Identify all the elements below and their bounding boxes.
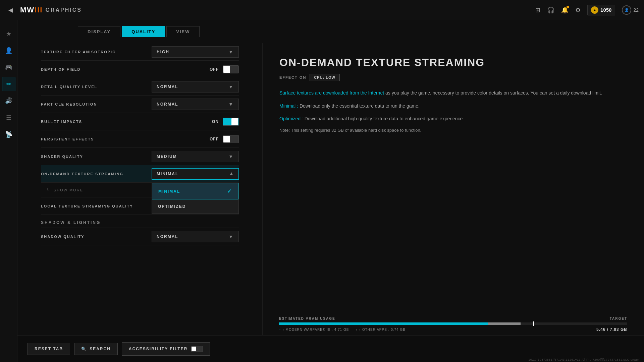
notification-dot xyxy=(567,6,569,8)
shader-quality-label: SHADER QUALITY xyxy=(41,155,83,159)
desc-note: Note: This setting requires 32 GB of ava… xyxy=(279,128,627,133)
vram-total: 5.46 / 7.83 GB xyxy=(596,327,627,332)
shader-quality-dropdown[interactable]: MEDIUM ▼ xyxy=(152,151,239,162)
depth-of-field-row: DEPTH OF FIELD OFF xyxy=(41,61,239,78)
persistent-effects-control: OFF xyxy=(148,135,239,143)
local-texture-label: LOCAL TEXTURE STREAMING QUALITY xyxy=(41,204,133,208)
shader-quality-control: MEDIUM ▼ xyxy=(148,151,239,162)
particle-resolution-row: PARTICLE RESOLUTION NORMAL ▼ xyxy=(41,96,239,113)
vram-header: ESTIMATED VRAM USAGE TARGET xyxy=(279,317,627,320)
search-button[interactable]: 🔍 SEARCH xyxy=(74,343,118,355)
accessibility-filter-button[interactable]: ACCESSIBILITY FILTER xyxy=(122,342,210,356)
detail-quality-row: DETAIL QUALITY LEVEL NORMAL ▼ xyxy=(41,78,239,96)
vram-other-usage: ↑ ↑ OTHER APPS : 0.74 GB xyxy=(356,328,406,331)
content-area: TEXTURE FILTER ANISOTROPIC HIGH ▼ DEPTH … xyxy=(17,43,644,362)
toggle-thumb xyxy=(231,118,238,125)
vram-mw-usage: ↑ ↑ MODERN WARFARE® III : 4.71 GB xyxy=(279,328,349,331)
desc-text-3: Optimized : Download additional high-qua… xyxy=(279,115,627,122)
dropdown-option-optimized[interactable]: OPTIMIZED xyxy=(152,199,238,214)
sidebar-item-network[interactable]: 📡 xyxy=(2,127,16,141)
texture-filter-dropdown[interactable]: HIGH ▼ xyxy=(152,46,239,58)
toggle-thumb xyxy=(223,136,230,142)
notification-icon[interactable]: 🔔 xyxy=(561,6,569,14)
vram-bar-other xyxy=(488,322,521,325)
settings-panel: TEXTURE FILTER ANISOTROPIC HIGH ▼ DEPTH … xyxy=(17,43,262,362)
particle-resolution-control: NORMAL ▼ xyxy=(148,99,239,110)
tab-display[interactable]: DISPLAY xyxy=(78,26,120,37)
minimal-label: Minimal : xyxy=(279,103,298,109)
sidebar-item-controller[interactable]: 🎮 xyxy=(2,60,16,74)
toggle-thumb xyxy=(223,66,230,73)
sidebar-item-profile[interactable]: 👤 xyxy=(2,44,16,58)
effect-badge: CPU: LOW xyxy=(310,74,340,81)
tab-quality[interactable]: QUALITY xyxy=(122,26,165,37)
shadow-quality-control: NORMAL ▼ xyxy=(148,231,239,242)
topbar: ◀ MWIII GRAPHICS ⊞ 🎧 🔔 ⚙ ● 1050 👤 22 xyxy=(0,0,644,20)
show-more-button[interactable]: SHOW MORE xyxy=(46,188,83,192)
logo-mw: MWIII xyxy=(20,6,43,14)
topbar-left: ◀ MWIII GRAPHICS xyxy=(5,5,82,15)
tab-view[interactable]: VIEW xyxy=(166,26,200,37)
level-value: 22 xyxy=(633,7,639,13)
settings-icon[interactable]: ⚙ xyxy=(575,6,581,14)
bullet-impacts-value: ON xyxy=(212,119,219,124)
persistent-effects-toggle[interactable] xyxy=(223,135,239,143)
chevron-down-icon: ▼ xyxy=(228,154,234,159)
minimal-text: Download only the essential texture data… xyxy=(298,103,420,109)
search-icon: 🔍 xyxy=(81,347,87,351)
headset-icon[interactable]: 🎧 xyxy=(547,6,554,14)
shadow-quality-label: SHADOW QUALITY xyxy=(41,235,84,239)
depth-of-field-label: DEPTH OF FIELD xyxy=(41,67,80,71)
particle-resolution-dropdown[interactable]: NORMAL ▼ xyxy=(152,99,239,110)
vram-bar xyxy=(279,322,627,325)
depth-of-field-control: OFF xyxy=(148,65,239,73)
grid-icon[interactable]: ⊞ xyxy=(535,6,540,14)
texture-filter-row: TEXTURE FILTER ANISOTROPIC HIGH ▼ xyxy=(41,43,239,61)
sidebar-item-graphics[interactable]: ✏ xyxy=(2,77,16,91)
on-demand-texture-row: ON-DEMAND TEXTURE STREAMING MINIMAL ▼ MI… xyxy=(41,165,239,183)
on-demand-dropdown-menu: MINIMAL ✓ OPTIMIZED xyxy=(152,183,239,214)
detail-quality-dropdown[interactable]: NORMAL ▼ xyxy=(152,81,239,93)
vram-target-label: TARGET xyxy=(610,317,627,320)
currency-amount: 1050 xyxy=(600,7,611,13)
chevron-down-icon: ▼ xyxy=(228,84,234,89)
bullet-impacts-toggle[interactable] xyxy=(223,118,239,126)
shader-quality-row: SHADER QUALITY MEDIUM ▼ xyxy=(41,148,239,165)
currency-badge[interactable]: ● 1050 xyxy=(587,5,615,15)
debug-info: 10.17.19373551 [67:143:11261+11:A] Tho[7… xyxy=(528,358,641,361)
level-badge: 👤 22 xyxy=(622,5,639,15)
detail-quality-control: NORMAL ▼ xyxy=(148,81,239,93)
vram-target-marker xyxy=(533,321,534,326)
check-icon: ✓ xyxy=(227,188,232,194)
vram-label: ESTIMATED VRAM USAGE xyxy=(279,317,335,320)
accessibility-toggle[interactable] xyxy=(191,346,203,352)
sidebar-item-favorites[interactable]: ★ xyxy=(2,27,16,41)
depth-of-field-value: OFF xyxy=(210,67,219,72)
section-title: GRAPHICS xyxy=(45,7,82,13)
desc-text-post: as you play the game, necessary to provi… xyxy=(384,90,602,96)
optimized-text: Download additional high-quality texture… xyxy=(303,116,464,121)
shadow-quality-dropdown[interactable]: NORMAL ▼ xyxy=(152,231,239,242)
level-icon: 👤 xyxy=(622,5,631,15)
logo: MWIII GRAPHICS xyxy=(20,6,82,14)
depth-of-field-toggle[interactable] xyxy=(223,65,239,73)
reset-tab-button[interactable]: RESET TAB xyxy=(28,343,70,355)
sidebar-item-audio[interactable]: 🔊 xyxy=(2,94,16,108)
dropdown-option-minimal[interactable]: MINIMAL ✓ xyxy=(152,183,238,199)
back-button[interactable]: ◀ xyxy=(5,5,16,15)
topbar-right: ⊞ 🎧 🔔 ⚙ ● 1050 👤 22 xyxy=(535,5,639,15)
vram-details: ↑ ↑ MODERN WARFARE® III : 4.71 GB ↑ ↑ OT… xyxy=(279,327,627,332)
effect-on-label: EFFECT ON xyxy=(279,75,306,79)
desc-highlight-text: Surface textures are downloaded from the… xyxy=(279,90,384,96)
vram-bar-mw xyxy=(279,322,488,325)
on-demand-texture-dropdown[interactable]: MINIMAL ▼ xyxy=(152,168,239,180)
bullet-impacts-label: BULLET IMPACTS xyxy=(41,120,82,124)
sidebar-item-menu[interactable]: ☰ xyxy=(2,111,16,125)
coin-icon: ● xyxy=(591,6,598,14)
tabs-bar: DISPLAY QUALITY VIEW xyxy=(17,20,644,43)
on-demand-texture-control: MINIMAL ▼ xyxy=(148,168,239,180)
desc-text-2: Minimal : Download only the essential te… xyxy=(279,102,627,110)
shadow-quality-row: SHADOW QUALITY NORMAL ▼ xyxy=(41,228,239,245)
chevron-down-icon: ▼ xyxy=(228,102,234,107)
detail-quality-label: DETAIL QUALITY LEVEL xyxy=(41,85,97,89)
